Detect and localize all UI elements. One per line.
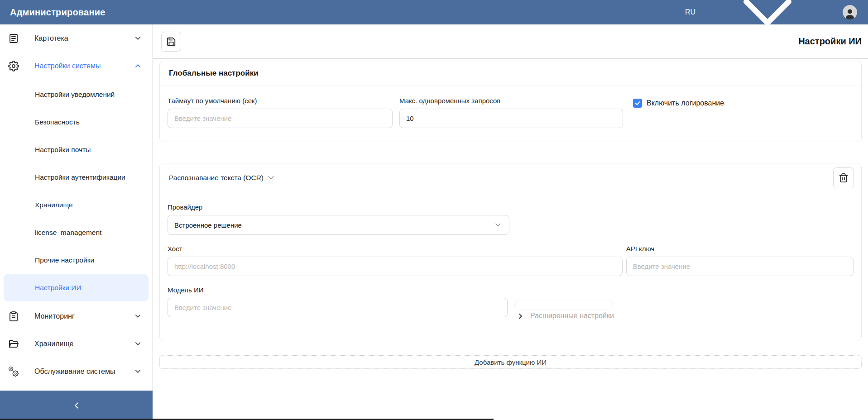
sidebar-subitem-other[interactable]: Прочие настройки xyxy=(0,246,152,274)
chevron-down-icon xyxy=(134,368,141,375)
logging-checkbox-label: Включить логирование xyxy=(647,99,724,107)
timeout-input[interactable] xyxy=(168,109,393,128)
clipboard-icon xyxy=(8,311,19,322)
double-gear-icon xyxy=(8,366,19,377)
max-requests-field: Макс. одновременных запросов xyxy=(399,97,623,128)
sidebar-item-maintenance[interactable]: Обслуживание системы xyxy=(0,358,152,385)
chevron-down-icon[interactable] xyxy=(267,174,275,181)
provider-select[interactable]: Встроенное решение xyxy=(168,215,509,235)
save-icon xyxy=(166,37,176,47)
language-label: RU xyxy=(685,8,695,16)
sidebar-item-label: Настройки системы xyxy=(34,62,101,70)
language-selector[interactable]: RU xyxy=(685,0,835,46)
chevron-down-icon xyxy=(494,221,502,229)
timeout-field: Таймаут по умолчанию (сек) xyxy=(168,97,393,128)
main-area: Настройки ИИ Глобальные настройки Таймау… xyxy=(153,24,868,420)
chevron-down-icon xyxy=(134,340,141,347)
sidebar-subitem-mail[interactable]: Настройки почты xyxy=(0,136,152,163)
host-field: Хост xyxy=(168,245,623,276)
system-settings-sublist: Настройки уведомлений Безопасность Настр… xyxy=(0,80,152,302)
advanced-settings-label: Расширенные настройки xyxy=(530,312,614,320)
sidebar-item-kartoteka[interactable]: Картотека xyxy=(0,24,152,52)
api-key-input[interactable] xyxy=(626,257,854,276)
logging-checkbox[interactable] xyxy=(633,99,642,108)
sidebar-subitem-security[interactable]: Безопасность xyxy=(0,108,152,136)
host-label: Хост xyxy=(168,245,623,253)
host-api-row: Хост API ключ xyxy=(168,245,854,276)
sidebar-collapse-button[interactable] xyxy=(0,391,153,420)
max-requests-label: Макс. одновременных запросов xyxy=(399,97,623,105)
model-field: Модель ИИ xyxy=(168,286,508,320)
timeout-label: Таймаут по умолчанию (сек) xyxy=(168,97,393,105)
sidebar-item-label: Обслуживание системы xyxy=(34,368,115,376)
sidebar-subitem-auth[interactable]: Настройки аутентификации xyxy=(0,163,152,191)
host-input[interactable] xyxy=(168,257,623,276)
global-settings-title: Глобальные настройки xyxy=(169,69,259,77)
chevron-down-icon xyxy=(134,35,141,42)
trash-icon xyxy=(839,173,849,183)
chevron-up-icon xyxy=(134,62,141,69)
card-file-icon xyxy=(8,33,19,44)
advanced-settings-toggle[interactable]: Расширенные настройки xyxy=(517,312,614,320)
provider-field: Провайдер Встроенное решение xyxy=(168,203,854,235)
provider-label: Провайдер xyxy=(168,203,854,211)
chevron-down-icon xyxy=(134,313,141,320)
content: Глобальные настройки Таймаут по умолчани… xyxy=(153,59,868,369)
sidebar-item-monitoring[interactable]: Мониторинг xyxy=(0,302,152,330)
sidebar: Картотека Настройки системы Настройки ув… xyxy=(0,24,153,420)
api-key-label: API ключ xyxy=(626,245,854,253)
sidebar-item-storage[interactable]: Хранилище xyxy=(0,330,152,358)
sidebar-item-label: Хранилище xyxy=(34,340,73,348)
folder-icon xyxy=(8,339,19,349)
sidebar-subitem-license-management[interactable]: license_management xyxy=(0,219,152,246)
topbar: Администрирование RU xyxy=(0,0,868,24)
person-icon xyxy=(844,8,856,19)
model-input[interactable] xyxy=(168,298,508,317)
save-button[interactable] xyxy=(161,32,181,52)
ocr-card-body: Провайдер Встроенное решение Хост API кл… xyxy=(160,192,861,341)
sidebar-subitem-storage[interactable]: Хранилище xyxy=(0,191,152,219)
topbar-right: RU xyxy=(685,0,857,46)
chevron-left-icon xyxy=(72,401,81,410)
global-settings-header: Глобальные настройки xyxy=(160,61,861,86)
model-label: Модель ИИ xyxy=(168,286,508,294)
max-requests-input[interactable] xyxy=(399,109,623,128)
sidebar-item-label: Мониторинг xyxy=(34,312,75,320)
logging-checkbox-row[interactable]: Включить логирование xyxy=(633,98,724,108)
global-settings-body: Таймаут по умолчанию (сек) Макс. одновре… xyxy=(160,86,861,142)
ocr-card: Распознавание текста (OCR) Провайдер Вст… xyxy=(159,163,862,341)
ocr-card-header: Распознавание текста (OCR) xyxy=(160,163,861,192)
collapsed-panel-outline xyxy=(514,300,613,310)
chevron-right-icon xyxy=(517,313,524,320)
api-key-field: API ключ xyxy=(626,245,854,276)
sidebar-subitem-ai-settings[interactable]: Настройки ИИ xyxy=(4,274,149,301)
gear-icon xyxy=(8,61,19,72)
chevron-down-icon xyxy=(700,0,835,46)
sidebar-subitem-notifications[interactable]: Настройки уведомлений xyxy=(0,81,152,108)
ocr-card-title: Распознавание текста (OCR) xyxy=(169,174,264,182)
global-settings-card: Глобальные настройки Таймаут по умолчани… xyxy=(159,61,862,142)
provider-selected-value: Встроенное решение xyxy=(174,221,242,229)
delete-ocr-button[interactable] xyxy=(833,167,854,188)
sidebar-item-system-settings[interactable]: Настройки системы xyxy=(0,52,152,80)
check-icon xyxy=(634,100,641,106)
app-title: Администрирование xyxy=(10,7,106,18)
sidebar-item-label: Картотека xyxy=(34,34,68,43)
model-row: Модель ИИ Расширенные настройки xyxy=(168,286,854,320)
add-ai-function-button[interactable]: Добавить функцию ИИ xyxy=(159,355,862,369)
avatar[interactable] xyxy=(843,5,857,19)
